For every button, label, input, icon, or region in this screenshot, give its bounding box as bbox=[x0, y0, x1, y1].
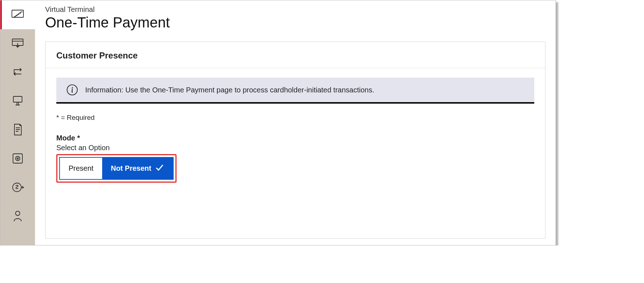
svg-point-4 bbox=[16, 156, 20, 161]
svg-rect-0 bbox=[12, 10, 23, 17]
mode-label: Mode * bbox=[56, 134, 534, 142]
sidebar-item-terminal[interactable] bbox=[0, 0, 35, 29]
mode-option-present[interactable]: Present bbox=[60, 158, 102, 179]
svg-rect-2 bbox=[13, 96, 22, 102]
sidebar-item-receipt[interactable] bbox=[0, 116, 35, 145]
svg-point-7 bbox=[16, 211, 20, 215]
page-title: One-Time Payment bbox=[45, 14, 545, 31]
person-icon bbox=[11, 210, 24, 224]
settings-icon bbox=[11, 152, 24, 166]
svg-rect-3 bbox=[13, 154, 22, 163]
required-note: * = Required bbox=[56, 114, 534, 122]
info-icon: i bbox=[66, 83, 79, 96]
mode-option-not-present[interactable]: Not Present bbox=[102, 158, 173, 179]
transfer-icon bbox=[11, 65, 24, 80]
breadcrumb: Virtual Terminal bbox=[45, 5, 545, 14]
payout-icon bbox=[11, 181, 24, 195]
mode-helper: Select an Option bbox=[56, 144, 534, 152]
sidebar-item-reader[interactable] bbox=[0, 87, 35, 116]
sidebar-item-deposit[interactable] bbox=[0, 29, 35, 58]
sidebar bbox=[0, 0, 35, 245]
mode-toggle: Present Not Present bbox=[59, 157, 174, 180]
card-reader-icon bbox=[11, 94, 24, 109]
main-content: Virtual Terminal One-Time Payment Custom… bbox=[35, 0, 556, 245]
deposit-icon bbox=[11, 36, 24, 51]
sidebar-item-settings[interactable] bbox=[0, 145, 35, 174]
mode-option-label: Not Present bbox=[111, 164, 151, 173]
customer-presence-card: Customer Presence i Information: Use the… bbox=[45, 42, 545, 239]
card-heading: Customer Presence bbox=[45, 42, 545, 68]
sidebar-item-profile[interactable] bbox=[0, 203, 35, 231]
svg-text:i: i bbox=[71, 85, 73, 93]
check-icon bbox=[155, 163, 164, 174]
terminal-icon bbox=[11, 8, 24, 22]
sidebar-item-transfer[interactable] bbox=[0, 58, 35, 87]
info-banner: i Information: Use the One-Time Payment … bbox=[56, 78, 534, 104]
svg-point-5 bbox=[17, 158, 18, 159]
mode-toggle-highlight: Present Not Present bbox=[56, 154, 177, 183]
mode-option-label: Present bbox=[69, 164, 93, 173]
receipt-icon bbox=[11, 123, 24, 138]
info-message: Information: Use the One-Time Payment pa… bbox=[85, 86, 374, 94]
sidebar-item-payout[interactable] bbox=[0, 174, 35, 203]
